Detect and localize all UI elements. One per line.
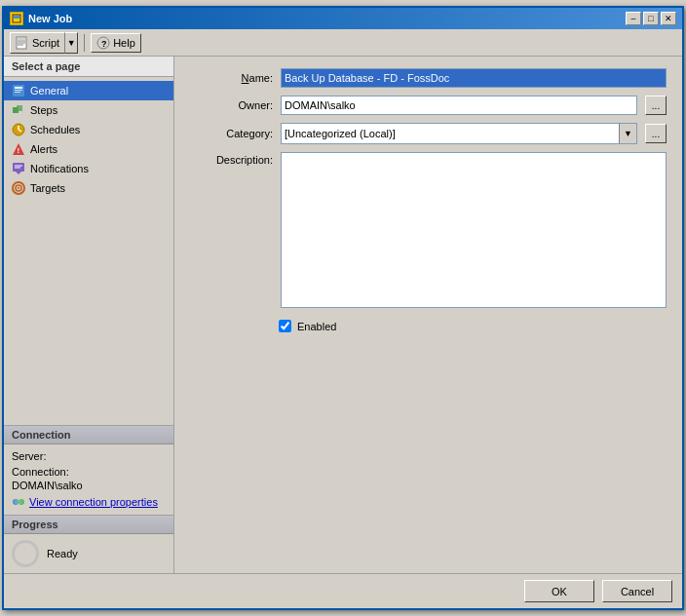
bottom-bar: OK Cancel (4, 573, 682, 608)
progress-content: Ready (4, 534, 173, 573)
general-icon (12, 84, 25, 97)
steps-icon (12, 103, 25, 117)
sidebar-item-alerts[interactable]: ! Alerts (4, 139, 173, 159)
sidebar-item-notifications-label: Notifications (30, 163, 89, 174)
alerts-icon: ! (12, 142, 25, 156)
owner-row: Owner: ... (190, 96, 667, 115)
script-button-group: Script ▼ (10, 32, 78, 54)
main-content: Select a page General (4, 57, 682, 573)
title-bar: New Job – □ ✕ (4, 8, 682, 29)
sidebar-item-schedules[interactable]: Schedules (4, 120, 173, 139)
description-label: Description: (190, 152, 273, 166)
minimize-button[interactable]: – (626, 12, 641, 25)
owner-label: Owner: (190, 99, 273, 111)
svg-rect-11 (15, 90, 22, 91)
sidebar-item-alerts-label: Alerts (30, 143, 57, 155)
sidebar-item-targets-label: Targets (30, 182, 65, 194)
window-icon (10, 12, 23, 25)
targets-icon (12, 181, 25, 195)
enabled-row: Enabled (190, 320, 667, 332)
svg-rect-10 (15, 87, 22, 89)
maximize-button[interactable]: □ (643, 12, 659, 25)
notifications-icon (12, 162, 25, 175)
name-row: Name: (190, 68, 667, 88)
main-window: New Job – □ ✕ Script ▼ (2, 6, 684, 610)
enabled-checkbox[interactable] (279, 320, 291, 332)
owner-input[interactable] (281, 96, 637, 115)
sidebar-item-steps[interactable]: Steps (4, 100, 173, 120)
progress-header: Progress (4, 516, 173, 534)
sidebar: Select a page General (4, 57, 174, 573)
cancel-button[interactable]: Cancel (602, 580, 672, 602)
help-label: Help (113, 37, 135, 49)
script-button[interactable]: Script (10, 32, 64, 54)
svg-point-26 (18, 187, 19, 189)
owner-browse-button[interactable]: ... (645, 96, 667, 115)
name-label: Name: (190, 72, 273, 84)
name-label-text: Name: (242, 72, 273, 84)
description-label-text: Description: (216, 154, 273, 166)
sidebar-item-targets[interactable]: Targets (4, 178, 173, 198)
toolbar: Script ▼ ? Help (4, 29, 682, 57)
sidebar-header: Select a page (4, 57, 173, 77)
server-label: Server: (12, 450, 166, 462)
ok-button[interactable]: OK (524, 580, 594, 602)
schedules-icon (12, 123, 25, 136)
sidebar-nav: General Steps (4, 77, 173, 425)
progress-section: Progress Ready (4, 515, 173, 573)
script-label: Script (32, 37, 59, 49)
svg-rect-3 (18, 38, 25, 40)
svg-text:?: ? (101, 39, 107, 49)
view-connection-link[interactable]: View connection properties (29, 496, 158, 508)
category-value: [Uncategorized (Local)] (282, 127, 619, 140)
help-button[interactable]: ? Help (91, 33, 141, 53)
progress-status: Ready (47, 548, 78, 559)
svg-rect-12 (15, 92, 20, 93)
sidebar-item-general[interactable]: General (4, 81, 173, 100)
category-dropdown-arrow[interactable]: ▼ (619, 124, 636, 143)
connection-icon (12, 495, 25, 509)
enabled-label: Enabled (297, 321, 336, 332)
svg-text:!: ! (18, 146, 20, 155)
description-row: Description: (190, 152, 667, 308)
sidebar-item-schedules-label: Schedules (30, 124, 80, 135)
help-icon: ? (96, 36, 110, 50)
connection-header: Connection (4, 426, 173, 444)
svg-rect-14 (17, 105, 22, 111)
svg-marker-21 (16, 172, 21, 174)
category-select-wrapper[interactable]: [Uncategorized (Local)] ▼ (281, 123, 637, 144)
category-label: Category: (190, 128, 273, 139)
close-button[interactable]: ✕ (661, 12, 676, 25)
sidebar-item-general-label: General (30, 85, 68, 96)
connection-section: Connection Server: Connection: DOMAIN\sa… (4, 425, 173, 515)
category-row: Category: [Uncategorized (Local)] ▼ ... (190, 123, 667, 144)
category-browse-button[interactable]: ... (645, 124, 667, 143)
connection-label: Connection: (12, 466, 166, 478)
sidebar-item-notifications[interactable]: Notifications (4, 159, 173, 178)
svg-rect-1 (14, 16, 19, 19)
connection-content: Server: Connection: DOMAIN\salko View co… (4, 444, 173, 515)
script-dropdown-button[interactable]: ▼ (64, 32, 78, 54)
name-input[interactable] (281, 68, 667, 88)
toolbar-separator (84, 34, 85, 52)
connection-value: DOMAIN\salko (12, 480, 166, 491)
script-icon (16, 36, 29, 50)
progress-spinner (12, 540, 39, 567)
right-panel: Name: Owner: ... Category: [Uncategorize… (174, 57, 682, 573)
sidebar-item-steps-label: Steps (30, 104, 57, 116)
description-textarea[interactable] (281, 152, 667, 308)
window-title: New Job (28, 13, 72, 24)
svg-rect-29 (15, 500, 22, 504)
